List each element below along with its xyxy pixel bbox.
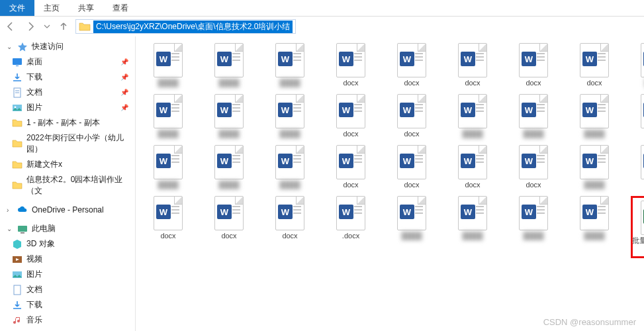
file-item[interactable]: W████ [265, 145, 314, 189]
sidebar-item-downloads[interactable]: 下载 📌 [0, 70, 135, 85]
file-label: ████ [205, 79, 253, 87]
navbar: C:\Users\jg2yXRZ\OneDrive\桌面\信息技术2.0培训小结 [0, 17, 644, 36]
file-label: 批量实践模板.xls [631, 236, 644, 254]
chevron-right-icon: › [7, 207, 13, 214]
file-item[interactable]: Wdocx [448, 145, 497, 189]
word-file-icon: W [641, 43, 644, 77]
svg-rect-7 [18, 226, 27, 232]
file-item[interactable]: Wdocx [205, 196, 253, 258]
word-file-icon: W [519, 196, 548, 230]
file-item[interactable]: W████ [570, 196, 619, 258]
sidebar-thispc[interactable]: ⌄ 此电脑 [0, 221, 135, 236]
file-item[interactable]: W████ [265, 43, 314, 87]
sidebar-item-folder[interactable]: 信息技术2。0园本培训作业（文 [0, 172, 135, 199]
word-file-icon: W [397, 94, 426, 128]
file-item[interactable]: Wdocx [509, 145, 558, 189]
file-view[interactable]: W████W████W████WdocxWdocxWdocxWdocxWdocx… [136, 36, 644, 331]
sidebar-label: OneDrive - Personal [32, 205, 104, 214]
word-file-icon: W [641, 145, 644, 179]
svg-point-6 [15, 106, 17, 108]
word-file-icon: W [336, 43, 365, 77]
sidebar-item-folder[interactable]: 新建文件x [0, 157, 135, 172]
file-item[interactable]: Wdocx [631, 94, 644, 138]
word-file-icon: W [641, 94, 644, 128]
nav-dropdown-icon[interactable] [42, 19, 52, 34]
ribbon: 文件 主页 共享 查看 [0, 0, 644, 17]
file-item[interactable]: W████ [265, 94, 314, 138]
folder-icon [12, 138, 23, 149]
file-label: ████ [144, 130, 193, 138]
file-item[interactable]: W.docx [326, 196, 375, 258]
sidebar-item-pictures[interactable]: 图片 [0, 267, 135, 282]
word-file-icon: W [458, 145, 487, 179]
file-item[interactable]: W████ [205, 145, 253, 189]
file-item-highlighted[interactable]: X批量实践模板.xls [631, 196, 644, 258]
file-item[interactable]: W████ [144, 145, 193, 189]
sidebar-onedrive[interactable]: › OneDrive - Personal [0, 203, 135, 217]
file-item[interactable]: W████ [205, 43, 253, 87]
file-label: ████ [509, 232, 558, 240]
word-file-icon: W [519, 145, 548, 179]
file-item[interactable]: Wdocx [387, 145, 436, 189]
sidebar-item-label: 音乐 [26, 314, 42, 326]
nav-back-icon[interactable] [3, 19, 19, 34]
file-row: W████W████W████WdocxWdocxW████W████W████… [140, 94, 640, 138]
nav-forward-icon[interactable] [23, 19, 38, 34]
sidebar-item-folder[interactable]: 2022年闵行区中小学（幼儿园） [0, 130, 135, 157]
sidebar-item-pictures[interactable]: 图片 📌 [0, 100, 135, 115]
chevron-down-icon: ⌄ [7, 43, 13, 50]
file-item[interactable]: Wdocx [631, 145, 644, 189]
sidebar-item-documents[interactable]: 文档 📌 [0, 85, 135, 100]
sidebar-item-documents[interactable]: 文档 [0, 282, 135, 297]
file-item[interactable]: W████ [387, 196, 436, 258]
file-item[interactable]: W████ [509, 94, 558, 138]
word-file-icon: W [275, 94, 304, 128]
file-item[interactable]: Wdocx [448, 43, 497, 87]
file-item[interactable]: W████ [144, 94, 193, 138]
sidebar-item-downloads[interactable]: 下载 [0, 297, 135, 312]
file-item[interactable]: Wdocx [387, 43, 436, 87]
tab-share[interactable]: 共享 [69, 0, 103, 16]
sidebar-item-3d[interactable]: 3D 对象 [0, 236, 135, 252]
sidebar-item-music[interactable]: 音乐 [0, 312, 135, 328]
file-item[interactable]: W████ [448, 94, 497, 138]
file-item[interactable]: Wdocx [326, 94, 375, 138]
sidebar-item-label: 图片 [26, 269, 42, 280]
file-item[interactable]: Wdocx [265, 196, 314, 258]
picture-icon [12, 103, 23, 113]
svg-rect-11 [14, 285, 21, 295]
sidebar-item-video[interactable]: 视频 [0, 252, 135, 267]
file-item[interactable]: Wdocx [326, 145, 375, 189]
tab-home[interactable]: 主页 [34, 0, 69, 16]
sidebar-quick-access[interactable]: ⌄ 快速访问 [0, 39, 135, 54]
3d-icon [12, 239, 23, 250]
tab-view[interactable]: 查看 [103, 0, 138, 16]
file-item[interactable]: Wdocx [387, 94, 436, 138]
word-file-icon: W [336, 145, 365, 179]
file-item[interactable]: Wdocx [326, 43, 375, 87]
address-bar[interactable]: C:\Users\jg2yXRZ\OneDrive\桌面\信息技术2.0培训小结 [75, 19, 296, 34]
file-item[interactable]: W████ [205, 94, 253, 138]
word-file-icon: W [580, 43, 609, 77]
file-label: ████ [509, 130, 558, 138]
sidebar-item-label: 桌面 [26, 56, 42, 68]
download-icon [12, 300, 23, 310]
file-item[interactable]: W████ [509, 196, 558, 258]
file-item[interactable]: W████ [570, 94, 619, 138]
sidebar-item-label: 信息技术2。0园本培训作业（文 [26, 174, 131, 197]
file-item[interactable]: W████ [631, 43, 644, 87]
sidebar-item-desktop[interactable]: 桌面 📌 [0, 54, 135, 70]
file-label: ████ [265, 130, 314, 138]
file-label: ████ [205, 130, 253, 138]
file-item[interactable]: W████ [144, 43, 193, 87]
file-item[interactable]: W████ [448, 196, 497, 258]
file-label: docx [509, 79, 558, 87]
address-path[interactable]: C:\Users\jg2yXRZ\OneDrive\桌面\信息技术2.0培训小结 [93, 21, 293, 33]
file-item[interactable]: Wdocx [570, 43, 619, 87]
file-item[interactable]: W████ [570, 145, 619, 189]
file-item[interactable]: Wdocx [509, 43, 558, 87]
nav-up-icon[interactable] [56, 19, 71, 34]
tab-file[interactable]: 文件 [0, 0, 34, 16]
sidebar-item-folder[interactable]: 1 - 副本 - 副本 - 副本 [0, 115, 135, 130]
file-item[interactable]: Wdocx [144, 196, 193, 258]
